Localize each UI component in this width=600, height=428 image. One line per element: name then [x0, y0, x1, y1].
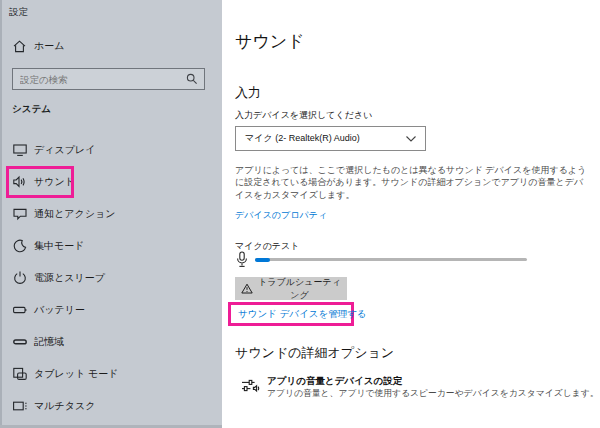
advanced-section-heading: サウンドの詳細オプション — [235, 344, 394, 362]
manage-sound-devices-link[interactable]: サウンド デバイスを管理する — [238, 308, 367, 321]
settings-window: { "window": { "app_title": "設定" }, "side… — [0, 0, 600, 428]
app-volume-settings-item[interactable]: アプリの音量とデバイスの設定 アプリの音量と、アプリで使用するスピーカーやデバイ… — [222, 372, 600, 408]
input-device-selected-value: マイク (2- Realtek(R) Audio) — [236, 132, 406, 145]
sidebar-item-label: 通知とアクション — [34, 207, 115, 221]
home-icon — [12, 39, 27, 54]
warning-triangle-icon — [241, 283, 253, 294]
notifications-icon — [12, 206, 28, 222]
app-volume-description: アプリの音量と、アプリで使用するスピーカーやデバイスをカスタマイズします。 — [267, 388, 598, 400]
device-properties-link[interactable]: デバイスのプロパティ — [235, 209, 327, 222]
moon-icon — [12, 238, 28, 254]
troubleshoot-button-label: トラブルシューティング — [258, 276, 341, 302]
volume-mixer-icon — [241, 378, 260, 394]
sidebar-item-label: 電源とスリープ — [34, 271, 105, 285]
battery-icon — [12, 302, 28, 318]
search-icon[interactable] — [186, 73, 198, 85]
sidebar-item-label: ディスプレイ — [34, 143, 95, 157]
mic-level-meter-track — [255, 258, 527, 261]
multitasking-icon — [12, 398, 28, 414]
sidebar-item-label: 記憶域 — [34, 335, 64, 349]
sidebar-section-system: システム — [12, 103, 51, 116]
display-icon — [12, 142, 28, 158]
input-device-dropdown[interactable]: マイク (2- Realtek(R) Audio) — [235, 126, 426, 151]
sidebar-item-display[interactable]: ディスプレイ — [0, 134, 222, 166]
sidebar-item-power-sleep[interactable]: 電源とスリープ — [0, 262, 222, 294]
chevron-down-icon — [406, 136, 416, 142]
sidebar-item-label: バッテリー — [34, 303, 85, 317]
sidebar-item-multitasking[interactable]: マルチタスク — [0, 390, 222, 422]
input-device-note: アプリによっては、ここで選択したものとは異なるサウンド デバイスを使用するように… — [235, 164, 587, 201]
settings-search-box[interactable] — [12, 68, 205, 90]
highlight-box-manage-devices: サウンド デバイスを管理する — [228, 302, 354, 326]
sidebar-item-home[interactable]: ホーム — [0, 33, 222, 59]
sidebar-item-notifications[interactable]: 通知とアクション — [0, 198, 222, 230]
page-title: サウンド — [235, 30, 305, 53]
window-title: 設定 — [9, 6, 28, 19]
sidebar-item-label: サウンド — [34, 175, 75, 189]
sidebar-item-battery[interactable]: バッテリー — [0, 294, 222, 326]
sidebar-item-focus-assist[interactable]: 集中モード — [0, 230, 222, 262]
storage-icon — [12, 334, 28, 350]
search-input[interactable] — [13, 74, 186, 85]
app-volume-title[interactable]: アプリの音量とデバイスの設定 — [267, 375, 402, 388]
sidebar-item-storage[interactable]: 記憶域 — [0, 326, 222, 358]
mic-level-meter-fill — [255, 258, 270, 262]
sidebar-item-label: ホーム — [34, 39, 64, 53]
sidebar-item-sound[interactable]: サウンド — [0, 166, 222, 198]
settings-sidebar: 設定 ホーム システム ディスプレイ — [0, 0, 222, 428]
sidebar-item-tablet-mode[interactable]: タブレット モード — [0, 358, 222, 390]
sidebar-item-label: マルチタスク — [34, 399, 95, 413]
tablet-mode-icon — [12, 366, 28, 382]
sidebar-item-label: 集中モード — [34, 239, 84, 253]
power-icon — [12, 270, 28, 286]
sidebar-item-label: タブレット モード — [34, 367, 118, 381]
input-section-heading: 入力 — [235, 84, 261, 102]
troubleshoot-button[interactable]: トラブルシューティング — [235, 277, 347, 300]
microphone-icon — [236, 251, 248, 268]
sound-icon — [12, 174, 28, 190]
sound-settings-page: サウンド 入力 入力デバイスを選択してください マイク (2- Realtek(… — [222, 0, 600, 428]
input-device-label: 入力デバイスを選択してください — [235, 109, 372, 122]
